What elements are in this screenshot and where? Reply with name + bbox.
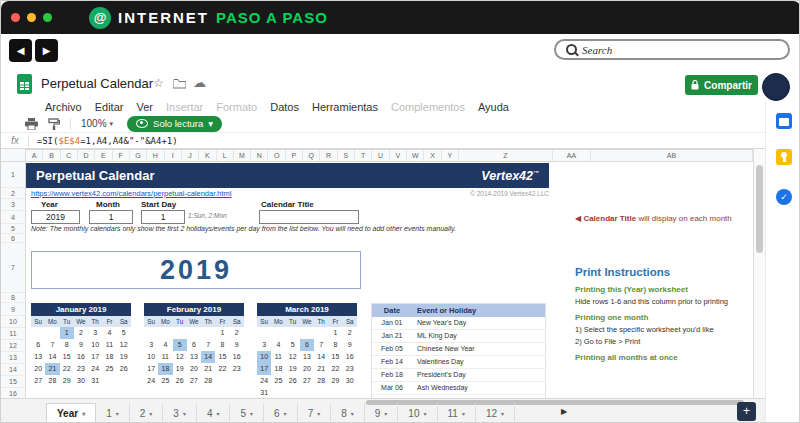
sheet-tab-5[interactable]: 5▾: [230, 403, 264, 423]
column-header-J[interactable]: J: [182, 150, 199, 161]
minimize-window-button[interactable]: [27, 13, 36, 22]
column-header-K[interactable]: K: [199, 150, 216, 161]
column-header-V[interactable]: V: [390, 150, 407, 161]
row-header-11[interactable]: 11: [1, 328, 25, 340]
print-icon[interactable]: [25, 118, 38, 130]
row-header-8[interactable]: 8: [1, 293, 25, 303]
vertical-scrollbar-thumb[interactable]: [756, 165, 763, 253]
row-header-3[interactable]: 3: [1, 199, 25, 211]
menu-editar[interactable]: Editar: [95, 101, 124, 115]
zoom-window-button[interactable]: [43, 13, 52, 22]
formula-input[interactable]: =SI($E$4=1,A4,A4&"-"&A4+1): [37, 136, 178, 146]
move-folder-icon[interactable]: [173, 79, 186, 89]
column-header-U[interactable]: U: [372, 150, 389, 161]
row-header-10[interactable]: 10: [1, 316, 25, 328]
paint-format-icon[interactable]: [48, 118, 60, 130]
column-header-R[interactable]: R: [320, 150, 337, 161]
row-header-6[interactable]: 6: [1, 234, 25, 243]
row-header-16[interactable]: 16: [1, 388, 25, 398]
close-window-button[interactable]: [11, 13, 20, 22]
column-header-G[interactable]: G: [130, 150, 147, 161]
sheet-tab-10[interactable]: 10▾: [398, 403, 437, 423]
view-mode-button[interactable]: Solo lectura ▾: [127, 116, 222, 132]
menu-datos[interactable]: Datos: [270, 101, 299, 115]
star-icon[interactable]: ☆: [153, 76, 164, 90]
sheet-tab-9[interactable]: 9▾: [365, 403, 399, 423]
tab-scroll-icon[interactable]: ▶: [561, 407, 567, 416]
sheet-tab-3[interactable]: 3▾: [163, 403, 197, 423]
sheet-tab-2[interactable]: 2▾: [130, 403, 164, 423]
tasks-app-icon[interactable]: ✓: [776, 189, 792, 205]
column-header-A[interactable]: A: [26, 150, 43, 161]
template-link[interactable]: https://www.vertex42.com/calendars/perpe…: [31, 189, 232, 198]
chevron-down-icon: ▾: [183, 410, 186, 417]
row-header-12[interactable]: 12: [1, 340, 25, 352]
menu-herramientas[interactable]: Herramientas: [312, 101, 378, 115]
zoom-control[interactable]: 100% ▾: [81, 118, 113, 129]
calendar-day-cell: 2: [74, 327, 88, 339]
calendar-empty-cell: [158, 327, 172, 339]
menu-archivo[interactable]: Archivo: [45, 101, 82, 115]
column-header-Q[interactable]: Q: [303, 150, 320, 161]
calendar-day-cell: 8: [60, 339, 74, 351]
column-header-E[interactable]: E: [95, 150, 112, 161]
sheet-tab-6[interactable]: 6▾: [264, 403, 298, 423]
avatar[interactable]: [762, 73, 790, 101]
sheet-tab-year[interactable]: Year▾: [46, 403, 96, 423]
column-header-I[interactable]: I: [165, 150, 182, 161]
column-header-T[interactable]: T: [355, 150, 372, 161]
document-title[interactable]: Perpetual Calendar: [41, 76, 153, 91]
row-header-7[interactable]: 7: [1, 243, 25, 293]
column-header-AA[interactable]: AA: [553, 150, 591, 161]
column-header-S[interactable]: S: [338, 150, 355, 161]
share-button[interactable]: Compartir: [685, 75, 758, 95]
calendar-title-field[interactable]: [259, 210, 359, 224]
sheet-tab-11[interactable]: 11▾: [438, 403, 476, 423]
column-header-L[interactable]: L: [217, 150, 234, 161]
search-input[interactable]: Search: [554, 39, 790, 60]
year-field[interactable]: 2019: [31, 210, 80, 224]
column-header-Z[interactable]: Z: [459, 150, 553, 161]
column-header-F[interactable]: F: [113, 150, 130, 161]
column-header-H[interactable]: H: [147, 150, 164, 161]
explore-button[interactable]: +: [737, 402, 756, 421]
row-header-15[interactable]: 15: [1, 376, 25, 388]
start-day-field[interactable]: 1: [141, 210, 185, 224]
month-field[interactable]: 1: [89, 210, 133, 224]
column-header-W[interactable]: W: [407, 150, 424, 161]
sheet-tab-12[interactable]: 12▾: [476, 403, 515, 423]
sheet-tab-4[interactable]: 4▾: [197, 403, 231, 423]
column-header-X[interactable]: X: [424, 150, 441, 161]
forward-button[interactable]: ▶: [35, 39, 58, 62]
sheet-canvas[interactable]: Perpetual Calendar Vertex42™ © 2014-2019…: [26, 162, 753, 398]
keep-app-icon[interactable]: [776, 149, 792, 165]
row-header-1[interactable]: 1: [1, 162, 25, 188]
row-header-5[interactable]: 5: [1, 224, 25, 234]
row-header-2[interactable]: 2: [1, 188, 25, 199]
sheet-tab-1[interactable]: 1▾: [96, 403, 130, 423]
row-header-13[interactable]: 13: [1, 352, 25, 364]
column-header-O[interactable]: O: [268, 150, 285, 161]
sheet-tab-7[interactable]: 7▾: [298, 403, 332, 423]
cloud-status-icon[interactable]: ☁: [193, 75, 206, 90]
column-header-Y[interactable]: Y: [442, 150, 459, 161]
column-header-B[interactable]: B: [43, 150, 60, 161]
column-header-AB[interactable]: AB: [591, 150, 753, 161]
column-header-P[interactable]: P: [286, 150, 303, 161]
vertical-scrollbar[interactable]: [753, 149, 765, 398]
column-header-M[interactable]: M: [234, 150, 251, 161]
mini-calendar-february: February 2019SuMoTuWeThFrSa1234567891011…: [144, 303, 244, 398]
calendar-app-icon[interactable]: [776, 113, 792, 129]
row-header-9[interactable]: 9: [1, 303, 25, 316]
row-header-14[interactable]: 14: [1, 364, 25, 376]
column-header-N[interactable]: N: [251, 150, 268, 161]
row-header-4[interactable]: 4: [1, 211, 25, 224]
column-header-D[interactable]: D: [78, 150, 95, 161]
back-button[interactable]: ◀: [9, 39, 32, 62]
menu-ayuda[interactable]: Ayuda: [478, 101, 509, 115]
select-all-corner[interactable]: [1, 149, 26, 162]
sheet-tab-8[interactable]: 8▾: [331, 403, 365, 423]
menu-ver[interactable]: Ver: [136, 101, 153, 115]
column-header-C[interactable]: C: [61, 150, 78, 161]
view-mode-label: Solo lectura: [153, 118, 203, 129]
